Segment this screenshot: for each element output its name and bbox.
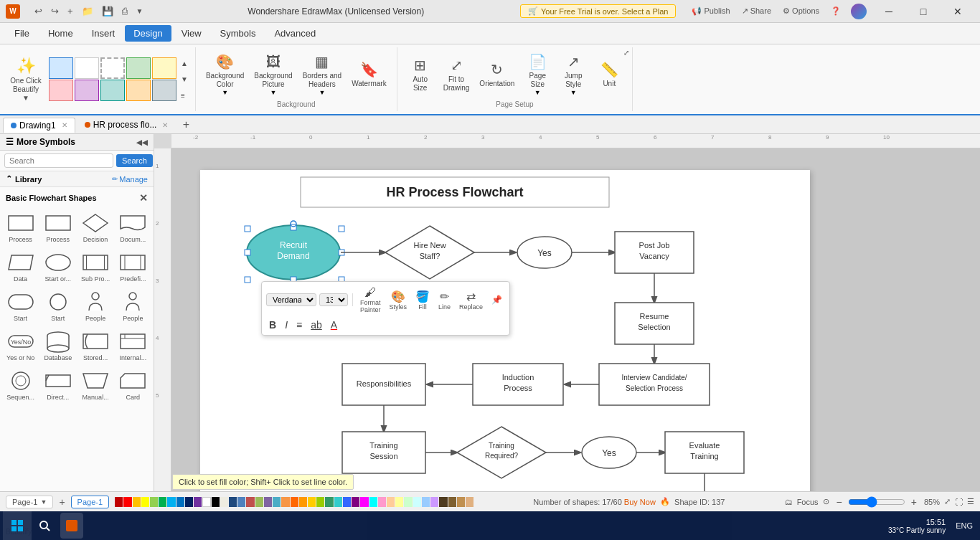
- color-swatch-31[interactable]: [387, 497, 395, 507]
- shape-people-2[interactable]: People: [116, 288, 151, 325]
- menu-design[interactable]: Design: [125, 25, 171, 42]
- color-swatch-22[interactable]: [308, 497, 316, 507]
- maximize-btn[interactable]: □: [907, 0, 940, 23]
- color-swatch-40[interactable]: [466, 497, 473, 507]
- help-btn[interactable]: ❓: [826, 5, 845, 17]
- add-tab-btn[interactable]: +: [177, 116, 194, 133]
- qa-save[interactable]: 💾: [99, 4, 116, 18]
- zoom-in-btn[interactable]: +: [908, 496, 920, 508]
- one-click-beautify-btn[interactable]: ✨ One Click Beautify ▼: [6, 54, 46, 105]
- qa-new[interactable]: +: [65, 4, 76, 18]
- color-swatch-12[interactable]: [220, 497, 228, 507]
- style-btn-7[interactable]: [75, 80, 99, 101]
- shape-process-1[interactable]: Process: [3, 209, 38, 246]
- menu-view[interactable]: View: [173, 25, 210, 42]
- tab-drawing1[interactable]: Drawing1 ✕: [3, 118, 75, 133]
- qa-dropdown[interactable]: ▼: [133, 6, 146, 16]
- menu-insert[interactable]: Insert: [83, 25, 124, 42]
- fit-page-btn[interactable]: ⤢: [944, 497, 951, 506]
- align-btn[interactable]: ≡: [293, 318, 305, 332]
- user-avatar[interactable]: [851, 4, 867, 19]
- shape-start[interactable]: Start or...: [40, 248, 75, 285]
- shape-direct[interactable]: Direct...: [40, 366, 75, 404]
- focus-label[interactable]: Focus: [797, 498, 819, 506]
- manage-link[interactable]: ✏ Manage: [112, 175, 148, 184]
- shape-database[interactable]: Database: [40, 327, 75, 364]
- line-btn[interactable]: ✏ Line: [435, 288, 453, 312]
- font-select[interactable]: Verdana: [266, 293, 316, 306]
- color-swatch-1[interactable]: [123, 497, 131, 507]
- shape-start-circle[interactable]: Start: [40, 288, 75, 325]
- color-swatch-38[interactable]: [448, 497, 456, 507]
- color-swatch-36[interactable]: [430, 497, 438, 507]
- shape-document[interactable]: Docum...: [116, 209, 151, 246]
- tab-close-hr[interactable]: ✕: [162, 121, 168, 129]
- font-size-select[interactable]: 13.5: [319, 293, 348, 306]
- color-swatch-28[interactable]: [360, 497, 368, 507]
- fullscreen-btn[interactable]: ⛶: [955, 498, 963, 506]
- color-swatch-14[interactable]: [237, 497, 245, 507]
- menu-advanced[interactable]: Advanced: [265, 25, 324, 42]
- layers-icon[interactable]: 🗂: [785, 498, 793, 506]
- color-swatch-29[interactable]: [369, 497, 377, 507]
- shape-people-1[interactable]: People: [78, 288, 113, 325]
- background-color-btn[interactable]: 🎨 BackgroundColor ▼: [202, 50, 248, 99]
- fit-to-drawing-btn[interactable]: ⤢ Fit toDrawing: [439, 54, 474, 95]
- tab-hr-process[interactable]: HR process flo... ✕: [77, 117, 176, 132]
- shape-start-rounded[interactable]: Start: [3, 288, 38, 325]
- section-close-btn[interactable]: ✕: [139, 192, 148, 204]
- shape-process-2[interactable]: Process: [40, 209, 75, 246]
- color-swatch-20[interactable]: [291, 497, 298, 507]
- qa-redo[interactable]: ↪: [48, 4, 62, 18]
- color-swatch-8[interactable]: [185, 497, 193, 507]
- style-scroll-down[interactable]: ▼: [179, 74, 189, 85]
- shape-subprocess[interactable]: Sub Pro...: [78, 248, 113, 285]
- color-swatch-35[interactable]: [422, 497, 430, 507]
- focus-icon[interactable]: ⊙: [823, 497, 829, 506]
- page-dropdown-icon[interactable]: ▼: [40, 498, 47, 506]
- style-expand[interactable]: ≡: [179, 90, 189, 101]
- color-swatch-9[interactable]: [194, 497, 202, 507]
- color-swatch-0[interactable]: [115, 497, 123, 507]
- search-button[interactable]: Search: [116, 154, 153, 167]
- sidebar-collapse-icon[interactable]: ☰: [6, 137, 14, 147]
- color-swatch-15[interactable]: [246, 497, 254, 507]
- color-swatch-27[interactable]: [352, 497, 359, 507]
- options-btn[interactable]: ⚙ Options: [778, 5, 824, 17]
- unit-btn[interactable]: 📏 Unit: [592, 58, 626, 91]
- italic-btn[interactable]: I: [282, 318, 291, 332]
- color-swatch-5[interactable]: [159, 497, 166, 507]
- shape-manual[interactable]: Manual...: [78, 366, 113, 404]
- search-input[interactable]: [4, 153, 113, 168]
- color-swatch-2[interactable]: [133, 497, 141, 507]
- style-btn-6[interactable]: [49, 80, 73, 101]
- style-btn-10[interactable]: [152, 80, 176, 101]
- add-page-btn[interactable]: +: [56, 496, 67, 508]
- format-painter-btn[interactable]: 🖌 FormatPainter: [357, 285, 384, 315]
- font-color-btn[interactable]: A: [328, 318, 340, 332]
- style-btn-2[interactable]: [75, 57, 99, 79]
- color-swatch-18[interactable]: [273, 497, 281, 507]
- minimize-btn[interactable]: ─: [872, 0, 905, 23]
- fill-btn[interactable]: 🪣 Fill: [413, 288, 433, 312]
- color-swatch-4[interactable]: [150, 497, 158, 507]
- color-swatch-39[interactable]: [457, 497, 465, 507]
- shape-data[interactable]: Data: [3, 248, 38, 285]
- color-swatch-19[interactable]: [281, 497, 289, 507]
- color-swatch-11[interactable]: [212, 497, 220, 507]
- canvas-area[interactable]: -2 -1 0 1 2 3 4 5 6 7 8 9 10 1 2 3 4: [154, 134, 980, 496]
- jump-style-btn[interactable]: ↗ JumpStyle ▼: [556, 50, 590, 99]
- menu-home[interactable]: Home: [39, 25, 82, 42]
- auto-size-btn[interactable]: ⊞ AutoSize: [403, 54, 438, 95]
- share-btn[interactable]: ↗ Share: [738, 5, 776, 17]
- background-picture-btn[interactable]: 🖼 BackgroundPicture ▼: [250, 51, 296, 99]
- close-btn[interactable]: ✕: [941, 0, 974, 23]
- color-swatch-32[interactable]: [395, 497, 403, 507]
- color-swatch-25[interactable]: [334, 497, 342, 507]
- shapes-section-header[interactable]: Basic Flowchart Shapes ✕: [3, 190, 151, 206]
- shape-yes-no[interactable]: Yes/No Yes or No: [3, 327, 38, 364]
- color-swatch-16[interactable]: [255, 497, 263, 507]
- page-size-btn[interactable]: 📄 PageSize ▼: [520, 50, 555, 99]
- page-indicator[interactable]: Page-1 ▼: [6, 496, 53, 508]
- color-swatch-21[interactable]: [299, 497, 307, 507]
